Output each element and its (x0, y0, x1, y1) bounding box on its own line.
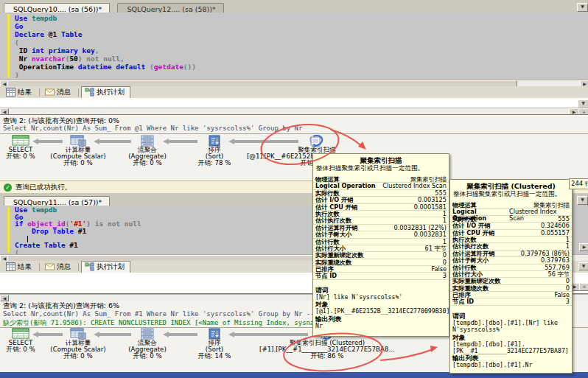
tooltip-row-value: 557.769 (545, 265, 570, 270)
code-token: ( (15, 248, 19, 254)
tooltip-row-label: 执行次数 (452, 237, 477, 242)
operator-tooltip-2: 聚集索引扫描 (Clustered) 整体扫描聚集索引或只扫描一定范围。 物理运… (449, 179, 573, 374)
scroll-left-icon[interactable]: ◀ (0, 295, 9, 301)
tooltip-row-label: 估计运算符开销 (452, 251, 494, 256)
tooltip-row-label: 估计 I/O 开销 (315, 197, 353, 203)
operator-label: 开销: 86 % (257, 353, 397, 360)
divider (0, 133, 588, 134)
tab-list-dropdown-icon[interactable]: ▼ (577, 3, 588, 12)
tooltip-row-value: 0.379763 (86%) (521, 251, 570, 256)
code-line: ( (0, 38, 588, 46)
tooltip-title: 聚集索引扫描 (Clustered) (450, 180, 572, 190)
code-token: int (32, 46, 44, 55)
code-token (15, 227, 32, 235)
tooltip-row-label: 执行次数 (315, 211, 340, 217)
tooltip-row-value: False (431, 266, 447, 272)
code-token: Declare (15, 30, 44, 38)
change-tracking-bar (7, 207, 10, 253)
tooltip-row-label: 实际重新绑定次数 (452, 278, 501, 284)
tooltip-row-value: 聚集索引扫描 (533, 202, 570, 208)
tooltip-row-value: Clustered Index Scan (382, 183, 447, 189)
code-token: OperationTime (15, 63, 78, 71)
tooltip-section-line: [@1].[PK__#6E2152B__3214EC2770099B30] (315, 308, 447, 315)
tooltip-section-line: Nr (315, 323, 447, 329)
tooltip-row-label: 估计行大小 (452, 271, 483, 277)
tooltip-row-value: 1 (566, 237, 570, 242)
tooltip-row-label: 估计执行次数 (452, 243, 489, 249)
tooltip-row-value: 0 (443, 259, 447, 265)
tooltip-row-label: 估计行数 (315, 239, 340, 245)
tooltip-row-value: Clustered Index Scan (509, 209, 570, 214)
tooltip-row-label: 估计运算符开销 (315, 225, 357, 231)
code-token: Go (15, 22, 23, 30)
tab-list-dropdown-icon[interactable]: ▼ (577, 196, 588, 205)
code-token: Drop Table (32, 227, 74, 235)
scroll-down-icon[interactable]: ▼ (578, 262, 588, 270)
tooltip-section-line: [Nr] like N'sysrscolss%' (315, 294, 447, 301)
code-line: Use tempdb (0, 14, 588, 22)
tooltip-row-label: 实际行数 (452, 216, 477, 222)
tooltip-row-value: 1 (443, 239, 447, 245)
clustered-index-scan-icon (247, 135, 387, 147)
tooltip-row-label: 已排序 (452, 292, 471, 298)
code-token: default (116, 63, 145, 71)
tooltip-row-value: 0.0032831 (22%) (394, 225, 447, 231)
code-token: @1 (44, 30, 61, 38)
code-line: Nr nvarchar(50) not null, (0, 55, 588, 63)
tooltip-row-value: 555 (435, 190, 447, 196)
tooltip-row-label: Logical Operation (315, 183, 376, 189)
code-editor-1[interactable]: Use tempdbGoDeclare @1 Table( ID int pri… (0, 13, 588, 80)
plan-icon (85, 88, 94, 97)
tooltip-row-label: 估计 CPU 开销 (315, 204, 357, 210)
tooltip-row-value: 1 (566, 243, 570, 249)
code-token: , (120, 55, 125, 63)
code-token: Table (61, 30, 83, 38)
divider (39, 263, 40, 271)
code-token: tempdb (32, 206, 57, 214)
results-pane-tab-results[interactable]: 结果 (3, 262, 37, 273)
code-token: getdate (154, 63, 183, 71)
tooltip-section-header: 输出列表 (315, 315, 447, 323)
tab-label: 消息 (57, 88, 71, 97)
status-text: 查询已成功执行。 (15, 183, 71, 192)
code-token: Use (15, 14, 27, 22)
tooltip-row-label: 节点 ID (452, 298, 474, 304)
results-pane-tab-messages[interactable]: 消息 (42, 87, 76, 98)
results-pane-tab-execution-plan[interactable]: 执行计划 (81, 86, 130, 99)
code-token: tempdb (32, 14, 57, 22)
plan-query-sql: Select Nr,count(Nr) As Sum_ From #1 Wher… (3, 310, 315, 318)
code-token: primary key (49, 46, 95, 55)
tooltip-row-value: 0.055157 (541, 230, 570, 236)
tooltip-row-label: 物理运算 (452, 202, 477, 208)
splitter-button[interactable]: + (579, 283, 588, 291)
tooltip-row-value: 0 (566, 285, 570, 291)
code-line: OperationTime datetime default (getdate(… (0, 63, 588, 71)
tooltip-row: 节点 ID3 (450, 298, 572, 305)
results-pane-tab-messages[interactable]: 消息 (42, 262, 76, 273)
tooltip-title: 聚集索引扫描 (313, 154, 449, 164)
tooltip-row-value: 0.0032831 (414, 231, 447, 237)
tooltip-row-value: 1 (443, 217, 447, 223)
results-pane-tab-execution-plan[interactable]: 执行计划 (81, 261, 130, 273)
code-token: #1 (74, 227, 86, 235)
scroll-right-icon[interactable]: ▶ (579, 243, 588, 251)
code-token: () (183, 63, 192, 71)
results-pane-tab-results[interactable]: 结果 (3, 87, 37, 98)
tooltip-row-value: 3 (443, 273, 447, 279)
tooltip-row-value: 0.379763 (541, 257, 570, 263)
code-token: Create Table (15, 241, 66, 249)
code-token: ) (15, 71, 19, 79)
plan-icon (85, 262, 94, 271)
tooltip-row-label: 实际重绕次数 (452, 285, 489, 291)
tooltip-row-value: 555 (558, 216, 570, 222)
code-line: ID int primary key, (0, 46, 588, 55)
tooltip-row-label: 实际重绕次数 (315, 259, 351, 265)
tooltip-row-label: 估计行大小 (315, 245, 346, 251)
code-token: nvarchar (32, 55, 66, 63)
tooltip-section-line: [PK__#1________3214EC277E57BA87] (452, 348, 570, 354)
plan-query-sql: Select Nr,count(Nr) As Sum_ From @1 Wher… (3, 125, 302, 132)
plan-pane-top-1 (0, 98, 588, 108)
tooltip-row-label: 估计子树大小 (452, 257, 489, 263)
tooltip-subtitle: 整体扫描聚集索引或只扫描一定范围。 (313, 164, 449, 172)
tooltip-section-line: [tempdb].[dbo].[#1].Nr (452, 362, 570, 368)
